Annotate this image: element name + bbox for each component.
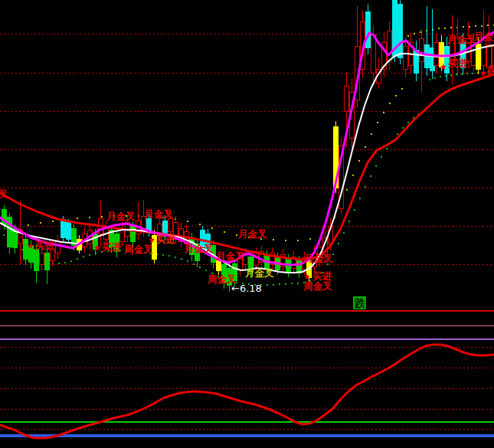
signal-label: 叉 xyxy=(0,188,8,200)
yellow-dot xyxy=(346,189,348,191)
green-dot xyxy=(386,148,388,149)
green-dot xyxy=(181,258,182,260)
candle-body xyxy=(397,4,402,57)
candle-body xyxy=(481,40,486,65)
buy-star-icon: ★ xyxy=(27,241,34,251)
green-dot xyxy=(162,254,164,256)
green-dot xyxy=(64,262,66,263)
down-badge: 跌 xyxy=(354,297,366,309)
green-dot xyxy=(3,234,5,236)
candle-body xyxy=(365,11,370,47)
green-dot xyxy=(407,122,409,123)
green-dot xyxy=(381,156,382,158)
yellow-dot xyxy=(438,28,440,29)
yellow-dot xyxy=(273,239,274,240)
yellow-dot xyxy=(352,175,354,176)
green-dot xyxy=(83,256,84,257)
yellow-dot xyxy=(187,221,188,222)
green-dot xyxy=(365,186,366,188)
green-dot xyxy=(89,254,90,256)
yellow-dot xyxy=(89,217,90,218)
signal-label: 买进 xyxy=(35,240,55,251)
green-dot xyxy=(193,263,195,265)
candle-body xyxy=(168,218,172,231)
candle-body xyxy=(476,44,480,69)
candle-body xyxy=(130,226,135,241)
green-dot xyxy=(370,175,371,177)
signal-label: 月金叉 xyxy=(184,243,214,254)
buy-star-icon: ★ xyxy=(440,62,447,72)
green-dot xyxy=(205,270,207,271)
green-dot xyxy=(338,243,339,244)
yellow-dot xyxy=(383,112,384,113)
green-dot xyxy=(187,260,188,262)
yellow-dot xyxy=(407,35,409,37)
buy-star-icon: ★ xyxy=(93,243,101,253)
indicator-curve-red xyxy=(0,345,494,438)
green-dot xyxy=(297,283,299,284)
green-dot xyxy=(58,263,60,264)
signal-label: 周金叉 xyxy=(123,244,153,255)
candle-body xyxy=(7,217,11,247)
yellow-dot xyxy=(389,103,391,104)
green-dot xyxy=(199,267,201,268)
buy-star-icon: ★ xyxy=(479,68,487,78)
candle-body xyxy=(387,31,391,61)
yellow-dot xyxy=(444,28,446,29)
candle-body xyxy=(371,34,375,73)
yellow-dot xyxy=(52,221,54,222)
green-dot xyxy=(175,257,176,258)
green-dot xyxy=(267,284,268,286)
green-dot xyxy=(77,258,78,260)
candle-body xyxy=(344,86,348,111)
green-dot xyxy=(402,127,404,129)
green-dot xyxy=(472,73,473,74)
green-dot xyxy=(375,165,377,167)
signal-label: 月金叉 xyxy=(473,31,494,42)
green-dot xyxy=(279,283,280,285)
candle-body xyxy=(39,253,44,264)
green-dot xyxy=(429,79,430,80)
candle-body xyxy=(403,46,407,69)
signal-label: 月金叉 xyxy=(303,253,333,264)
yellow-dot xyxy=(481,25,483,27)
trading-chart: ★★★★★★叉月金叉月金叉周金叉买进买进买进月金叉月金叉月金叉月金叉周金叉月金叉… xyxy=(0,0,494,448)
signal-label: 买进 xyxy=(448,57,468,69)
green-dot xyxy=(466,73,468,74)
yellow-dot xyxy=(285,240,286,241)
candle-body xyxy=(61,220,65,237)
candle-body xyxy=(66,222,70,239)
green-dot xyxy=(168,255,170,257)
yellow-dot xyxy=(401,88,403,90)
green-dot xyxy=(397,133,398,135)
candle-body xyxy=(419,38,424,61)
stock-chart-svg: ★★★★★★叉月金叉月金叉周金叉买进买进买进月金叉月金叉月金叉月金叉周金叉月金叉… xyxy=(0,0,494,448)
green-dot xyxy=(359,198,361,199)
yellow-dot xyxy=(224,231,225,233)
yellow-dot xyxy=(40,222,41,224)
candle-body xyxy=(254,253,258,265)
green-dot xyxy=(343,232,345,234)
green-dot xyxy=(273,284,274,286)
yellow-dot xyxy=(414,33,415,34)
green-dot xyxy=(434,77,436,79)
yellow-dot xyxy=(309,238,311,240)
green-dot xyxy=(285,283,286,285)
signal-label: 买进 xyxy=(487,64,494,76)
signal-label: 月金叉 xyxy=(447,34,476,45)
yellow-dot xyxy=(297,240,299,241)
yellow-dot xyxy=(199,224,201,225)
green-dot xyxy=(70,260,72,262)
signal-label: 月金叉 xyxy=(106,211,136,222)
yellow-dot xyxy=(377,122,378,123)
yellow-dot xyxy=(77,217,78,219)
yellow-dot xyxy=(463,26,464,28)
signal-label: 月金叉 xyxy=(143,208,173,220)
yellow-dot xyxy=(395,95,397,96)
candle-body xyxy=(433,42,438,65)
yellow-dot xyxy=(469,26,470,28)
candle-body xyxy=(162,221,167,234)
signal-label: 月金叉 xyxy=(215,250,245,262)
candle-body xyxy=(34,249,38,270)
signal-label: 买进 xyxy=(102,241,122,253)
